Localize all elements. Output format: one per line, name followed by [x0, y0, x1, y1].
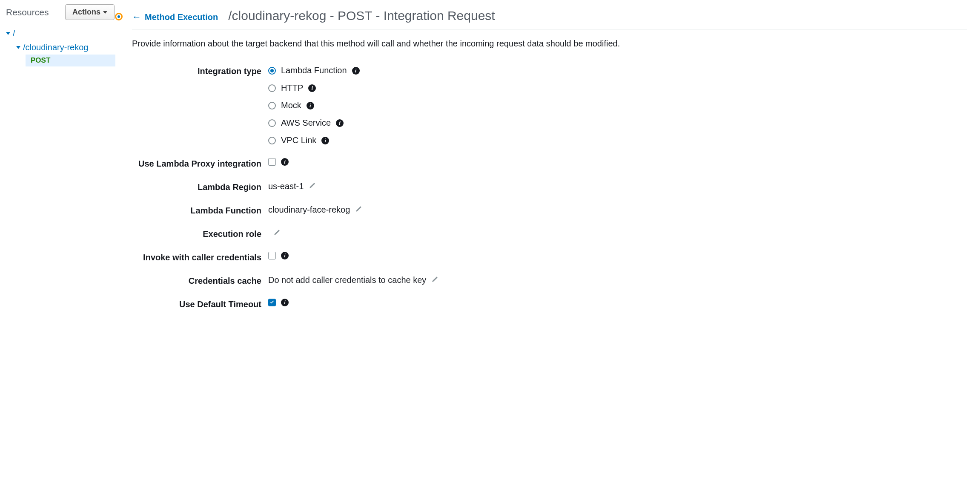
- text-lambda-region: us-east-1: [268, 182, 304, 191]
- info-icon[interactable]: i: [281, 299, 289, 306]
- value-lambda-proxy: i: [268, 158, 967, 166]
- pencil-icon[interactable]: [431, 275, 438, 285]
- arrow-left-icon: ←: [132, 12, 141, 23]
- label-execution-role: Execution role: [132, 228, 268, 239]
- checkbox-invoke-caller[interactable]: [268, 252, 276, 259]
- row-integration-type: Integration type Lambda Function i HTTP …: [132, 66, 967, 145]
- radio-label: Mock: [281, 101, 301, 110]
- row-invoke-caller: Invoke with caller credentials i: [132, 252, 967, 262]
- page-header: ← Method Execution /cloudinary-rekog - P…: [132, 9, 967, 29]
- tree-child-label: /cloudinary-rekog: [23, 43, 88, 52]
- value-execution-role: [268, 228, 967, 238]
- main-content: ← Method Execution /cloudinary-rekog - P…: [119, 0, 980, 484]
- label-lambda-function: Lambda Function: [132, 205, 268, 216]
- actions-button[interactable]: Actions: [65, 4, 115, 20]
- info-icon[interactable]: i: [352, 67, 360, 75]
- radio-option-vpc-link[interactable]: VPC Link i: [268, 135, 967, 145]
- radio-label: Lambda Function: [281, 66, 347, 75]
- resource-tree: / /cloudinary-rekog POST: [0, 26, 119, 66]
- radio-icon: [268, 67, 276, 75]
- value-lambda-region: us-east-1: [268, 182, 967, 191]
- value-credentials-cache: Do not add caller credentials to cache k…: [268, 275, 967, 285]
- label-lambda-region: Lambda Region: [132, 182, 268, 192]
- info-icon[interactable]: i: [336, 119, 344, 127]
- value-default-timeout: i: [268, 299, 967, 306]
- info-icon[interactable]: i: [321, 137, 329, 144]
- actions-button-label: Actions: [72, 8, 100, 17]
- pencil-icon[interactable]: [273, 228, 280, 238]
- checkbox-lambda-proxy[interactable]: [268, 158, 276, 166]
- value-integration-type: Lambda Function i HTTP i Mock i AWS Serv…: [268, 66, 967, 145]
- sidebar-title: Resources: [6, 7, 49, 17]
- sidebar: Resources Actions / /cloudinary-rekog PO…: [0, 0, 119, 484]
- label-invoke-caller: Invoke with caller credentials: [132, 252, 268, 262]
- info-icon[interactable]: i: [281, 252, 289, 259]
- info-icon[interactable]: i: [281, 158, 289, 166]
- pencil-icon[interactable]: [355, 205, 362, 215]
- label-default-timeout: Use Default Timeout: [132, 299, 268, 309]
- row-lambda-region: Lambda Region us-east-1: [132, 182, 967, 192]
- page-title: /cloudinary-rekog - POST - Integration R…: [228, 9, 495, 23]
- tree-root-item[interactable]: /: [3, 26, 115, 40]
- radio-label: HTTP: [281, 83, 303, 93]
- row-lambda-function: Lambda Function cloudinary-face-rekog: [132, 205, 967, 216]
- page-description: Provide information about the target bac…: [132, 39, 967, 49]
- radio-label: AWS Service: [281, 118, 331, 128]
- checkbox-default-timeout[interactable]: [268, 299, 276, 306]
- pencil-icon[interactable]: [309, 182, 315, 191]
- label-credentials-cache: Credentials cache: [132, 275, 268, 286]
- radio-option-http[interactable]: HTTP i: [268, 83, 967, 93]
- tree-root-label: /: [13, 29, 15, 38]
- info-icon[interactable]: i: [307, 102, 314, 109]
- tree-child-item[interactable]: /cloudinary-rekog: [3, 40, 115, 55]
- text-lambda-function: cloudinary-face-rekog: [268, 205, 350, 215]
- chevron-down-icon: [16, 46, 20, 49]
- radio-icon: [268, 84, 276, 92]
- radio-label: VPC Link: [281, 135, 316, 145]
- row-lambda-proxy: Use Lambda Proxy integration i: [132, 158, 967, 169]
- back-link[interactable]: ← Method Execution: [132, 12, 218, 23]
- radio-option-aws-service[interactable]: AWS Service i: [268, 118, 967, 128]
- radio-icon: [268, 119, 276, 127]
- row-credentials-cache: Credentials cache Do not add caller cred…: [132, 275, 967, 286]
- radio-icon: [268, 137, 276, 144]
- tree-method-item[interactable]: POST: [26, 55, 115, 66]
- tree-method-label: POST: [31, 56, 50, 64]
- caret-down-icon: [103, 11, 107, 14]
- sidebar-header: Resources Actions: [0, 4, 119, 26]
- radio-icon: [268, 102, 276, 109]
- value-lambda-function: cloudinary-face-rekog: [268, 205, 967, 215]
- value-invoke-caller: i: [268, 252, 967, 259]
- text-credentials-cache: Do not add caller credentials to cache k…: [268, 275, 426, 285]
- row-default-timeout: Use Default Timeout i: [132, 299, 967, 309]
- chevron-down-icon: [6, 32, 10, 35]
- radio-option-mock[interactable]: Mock i: [268, 101, 967, 110]
- radio-option-lambda[interactable]: Lambda Function i: [268, 66, 967, 75]
- info-icon[interactable]: i: [308, 84, 316, 92]
- row-execution-role: Execution role: [132, 228, 967, 239]
- label-integration-type: Integration type: [132, 66, 268, 76]
- resize-handle-icon[interactable]: [115, 13, 123, 20]
- label-lambda-proxy: Use Lambda Proxy integration: [132, 158, 268, 169]
- back-link-label: Method Execution: [145, 12, 218, 22]
